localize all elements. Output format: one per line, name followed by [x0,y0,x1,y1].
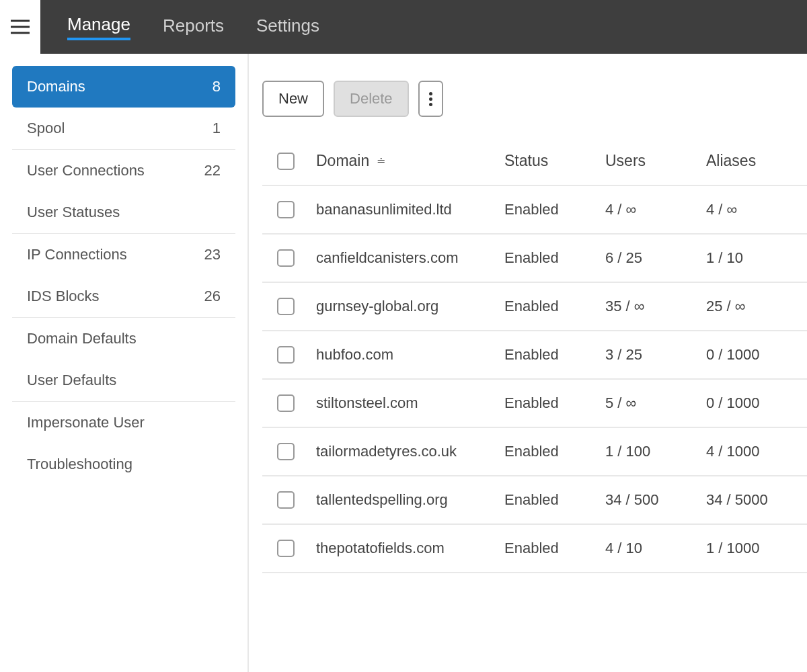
sidebar-item-user-statuses[interactable]: User Statuses [12,192,235,234]
domains-table: Domain ≐ Status Users Aliases bananasunl… [262,137,807,573]
cell-domain: bananasunlimited.ltd [316,201,504,218]
cell-domain: tallentedspelling.org [316,491,504,509]
toolbar: New Delete [262,81,807,117]
row-checkbox[interactable] [277,201,295,218]
select-all-checkbox[interactable] [277,153,295,170]
tab-reports[interactable]: Reports [163,15,224,39]
sidebar-item-label: User Statuses [27,204,120,221]
sidebar-item-ids-blocks[interactable]: IDS Blocks26 [12,276,235,318]
more-vertical-icon [429,92,432,106]
sidebar-item-count: 22 [204,162,221,179]
cell-users: 1 / 100 [605,443,706,460]
cell-status: Enabled [504,249,605,267]
column-header-status[interactable]: Status [504,152,605,170]
cell-users: 4 / ∞ [605,201,706,218]
topbar: ManageReportsSettings [0,0,807,54]
cell-domain: thepotatofields.com [316,540,504,557]
sidebar-item-user-connections[interactable]: User Connections22 [12,150,235,192]
table-row[interactable]: gurnsey-global.orgEnabled35 / ∞25 / ∞ [262,283,807,331]
sidebar-item-domain-defaults[interactable]: Domain Defaults [12,318,235,360]
sort-indicator-icon: ≐ [377,155,385,167]
cell-status: Enabled [504,394,605,412]
tab-settings[interactable]: Settings [256,15,319,39]
sidebar-item-troubleshooting[interactable]: Troubleshooting [12,444,235,485]
sidebar-item-user-defaults[interactable]: User Defaults [12,360,235,402]
sidebar-item-domains[interactable]: Domains8 [12,66,235,108]
cell-aliases: 0 / 1000 [706,346,807,364]
sidebar: Domains8Spool1User Connections22User Sta… [0,54,249,672]
cell-users: 34 / 500 [605,491,706,509]
sidebar-item-count: 1 [213,120,221,137]
row-checkbox[interactable] [277,346,295,364]
hamburger-icon [11,19,30,34]
more-actions-button[interactable] [418,81,443,117]
cell-users: 5 / ∞ [605,394,706,412]
cell-domain: stiltonsteel.com [316,394,504,412]
tab-manage[interactable]: Manage [67,14,130,40]
menu-toggle-button[interactable] [0,0,40,54]
sidebar-item-label: Spool [27,120,65,137]
sidebar-item-count: 23 [204,246,221,263]
sidebar-item-label: User Defaults [27,372,116,389]
cell-aliases: 1 / 1000 [706,540,807,557]
table-row[interactable]: hubfoo.comEnabled3 / 250 / 1000 [262,331,807,380]
column-header-aliases[interactable]: Aliases [706,152,807,170]
sidebar-item-label: Domains [27,78,85,95]
sidebar-item-ip-connections[interactable]: IP Connections23 [12,234,235,276]
table-row[interactable]: bananasunlimited.ltdEnabled4 / ∞4 / ∞ [262,186,807,235]
new-button[interactable]: New [262,81,324,117]
cell-domain: hubfoo.com [316,346,504,364]
cell-users: 35 / ∞ [605,298,706,315]
column-header-domain[interactable]: Domain ≐ [316,152,504,170]
table-row[interactable]: canfieldcanisters.comEnabled6 / 251 / 10 [262,235,807,283]
sidebar-item-count: 26 [204,288,221,305]
sidebar-item-count: 8 [213,78,221,95]
sidebar-item-label: Impersonate User [27,414,145,431]
row-checkbox[interactable] [277,249,295,267]
cell-aliases: 34 / 5000 [706,491,807,509]
cell-status: Enabled [504,201,605,218]
row-checkbox[interactable] [277,491,295,509]
cell-aliases: 0 / 1000 [706,394,807,412]
delete-button[interactable]: Delete [334,81,409,117]
cell-domain: tailormadetyres.co.uk [316,443,504,460]
top-nav: ManageReportsSettings [40,0,807,54]
cell-aliases: 1 / 10 [706,249,807,267]
cell-aliases: 25 / ∞ [706,298,807,315]
sidebar-item-label: Domain Defaults [27,330,137,347]
cell-users: 4 / 10 [605,540,706,557]
column-header-users[interactable]: Users [605,152,706,170]
sidebar-item-label: IP Connections [27,246,127,263]
cell-domain: gurnsey-global.org [316,298,504,315]
table-row[interactable]: stiltonsteel.comEnabled5 / ∞0 / 1000 [262,380,807,428]
cell-status: Enabled [504,346,605,364]
table-row[interactable]: tallentedspelling.orgEnabled34 / 50034 /… [262,476,807,525]
sidebar-item-spool[interactable]: Spool1 [12,108,235,150]
cell-status: Enabled [504,540,605,557]
sidebar-item-label: User Connections [27,162,145,179]
table-header-row: Domain ≐ Status Users Aliases [262,137,807,186]
content: New Delete Domain ≐ Status Users Aliases… [249,54,807,672]
sidebar-item-label: IDS Blocks [27,288,100,305]
row-checkbox[interactable] [277,443,295,460]
cell-users: 3 / 25 [605,346,706,364]
table-row[interactable]: thepotatofields.comEnabled4 / 101 / 1000 [262,525,807,573]
sidebar-item-label: Troubleshooting [27,456,132,473]
cell-users: 6 / 25 [605,249,706,267]
cell-status: Enabled [504,298,605,315]
row-checkbox[interactable] [277,394,295,412]
table-row[interactable]: tailormadetyres.co.ukEnabled1 / 1004 / 1… [262,428,807,476]
cell-domain: canfieldcanisters.com [316,249,504,267]
main: Domains8Spool1User Connections22User Sta… [0,54,807,672]
cell-aliases: 4 / 1000 [706,443,807,460]
cell-status: Enabled [504,443,605,460]
row-checkbox[interactable] [277,540,295,557]
sidebar-item-impersonate-user[interactable]: Impersonate User [12,402,235,444]
cell-aliases: 4 / ∞ [706,201,807,218]
cell-status: Enabled [504,491,605,509]
row-checkbox[interactable] [277,298,295,315]
